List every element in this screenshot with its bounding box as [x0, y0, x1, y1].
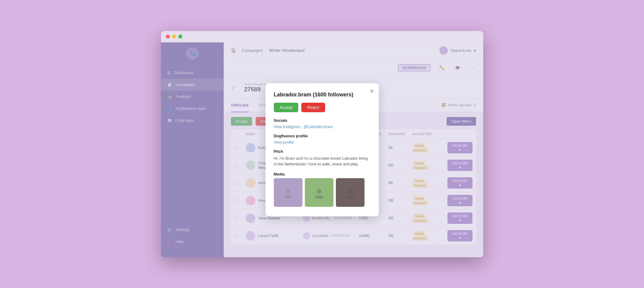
maximize-button[interactable] — [178, 35, 182, 38]
influencer-modal: ✕ Labrador.bram (1600 followers) Accept … — [265, 83, 379, 216]
pitch-label: Pitch — [274, 149, 370, 154]
modal-close-button[interactable]: ✕ — [370, 88, 374, 95]
modal-accept-button[interactable]: Accept — [274, 103, 299, 112]
svg-point-4 — [348, 189, 353, 194]
media-thumb-2 — [305, 178, 333, 207]
instagram-link[interactable]: View instagram - @Labrador.bram — [274, 124, 370, 129]
app-container: 🐾 ⊞ Dashboard 📋 Campaigns 🛍️ Products 👥 … — [161, 42, 483, 257]
socials-label: Socials — [274, 118, 370, 123]
media-thumb-3 — [336, 178, 365, 207]
close-button[interactable] — [166, 35, 170, 38]
dogfluence-label: Dogfluence profile — [274, 134, 370, 138]
media-thumbnails — [274, 178, 370, 208]
modal-overlay: ✕ Labrador.bram (1600 followers) Accept … — [161, 42, 483, 257]
modal-title: Labrador.bram (1600 followers) — [274, 92, 370, 98]
svg-point-0 — [286, 189, 291, 194]
media-thumb-1 — [274, 178, 302, 207]
modal-reject-button[interactable]: Reject — [301, 103, 325, 112]
svg-point-2 — [317, 189, 322, 194]
modal-actions: Accept Reject — [274, 103, 370, 112]
browser-window: 🐾 ⊞ Dashboard 📋 Campaigns 🛍️ Products 👥 … — [161, 31, 483, 257]
svg-point-1 — [284, 195, 292, 198]
view-profile-link[interactable]: View profile — [274, 140, 370, 144]
pitch-text: Hi, I'm Bram and I'm a chocolate brown L… — [274, 155, 370, 167]
media-label: Media — [274, 172, 370, 176]
svg-point-5 — [346, 195, 354, 198]
browser-titlebar — [161, 31, 483, 42]
svg-point-3 — [315, 195, 323, 198]
minimize-button[interactable] — [172, 35, 176, 38]
